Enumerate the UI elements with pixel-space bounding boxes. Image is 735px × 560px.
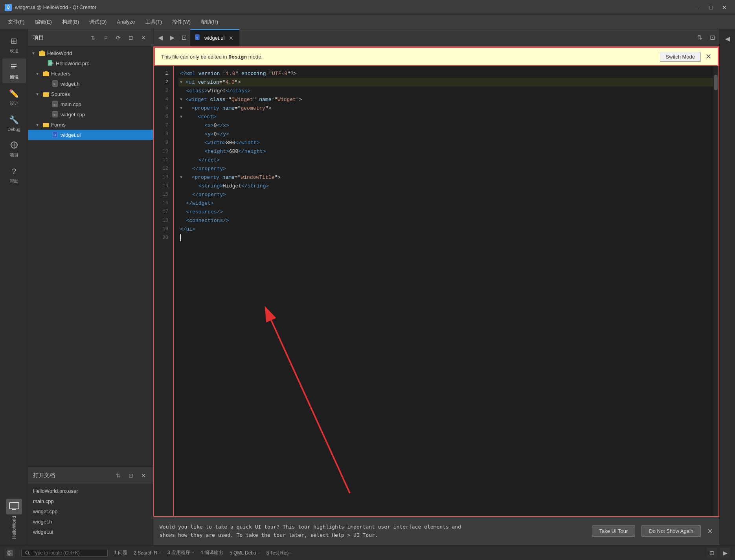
menu-edit[interactable]: 编辑(E) xyxy=(30,17,57,27)
code-line-13: ▼ <property name="windowTitle"> xyxy=(178,173,713,182)
filter-button[interactable]: ≡ xyxy=(101,33,110,42)
line-num-4: 4 xyxy=(165,95,170,104)
sync-button[interactable]: ⟳ xyxy=(114,33,123,42)
tour-bar: Would you like to take a quick UI tour? … xyxy=(153,517,719,545)
code-line-20 xyxy=(178,233,713,242)
line-num-7: 7 xyxy=(165,121,170,130)
design-keyword: Design xyxy=(228,54,247,60)
tree-label-sources: Sources xyxy=(51,91,70,97)
hw-monitor-icon[interactable] xyxy=(6,499,22,514)
tree-item-helloworld[interactable]: ▼ HelloWorld xyxy=(28,48,153,58)
open-docs-close[interactable]: ✕ xyxy=(139,471,148,480)
sidebar-label-help: 帮助 xyxy=(10,178,18,184)
tab-nav-left[interactable]: ◀ xyxy=(155,29,166,46)
status-icon-btn1[interactable]: ⊡ xyxy=(707,548,717,558)
line-num-2: 2 xyxy=(165,78,170,86)
tree-item-main-cpp[interactable]: ▶ cpp main.cpp xyxy=(28,99,153,109)
tab-nav-right[interactable]: ▶ xyxy=(167,29,178,46)
status-qml-debug[interactable]: 5 QML Debu··· xyxy=(230,550,260,556)
info-close-button[interactable]: ✕ xyxy=(706,52,711,61)
header-file-icon: h xyxy=(52,80,59,87)
cpp-file-icon: cpp xyxy=(52,101,59,108)
line-num-6: 6 xyxy=(165,112,170,121)
status-compile[interactable]: 4 编译输出 xyxy=(200,549,223,556)
headers-folder-icon xyxy=(42,70,50,77)
line-num-13: 13 xyxy=(163,173,170,182)
locate-input[interactable] xyxy=(33,550,104,556)
open-docs-list: HelloWorld.pro.user main.cpp widget.cpp … xyxy=(28,484,153,545)
sidebar-item-edit[interactable]: 编辑 xyxy=(2,59,26,83)
tree-item-widget-h[interactable]: ▶ h widget.h xyxy=(28,79,153,89)
tree-item-widget-ui[interactable]: ▶ .ui widget.ui xyxy=(28,130,153,140)
design-icon: ✏️ xyxy=(9,88,20,99)
tour-close-button[interactable]: ✕ xyxy=(707,527,713,536)
forms-folder-icon xyxy=(42,121,50,128)
minimize-button[interactable]: — xyxy=(692,3,704,12)
doc-item-main-cpp[interactable]: main.cpp xyxy=(28,496,153,506)
tree-label-widget-cpp: widget.cpp xyxy=(61,112,85,118)
scroll-thumb[interactable] xyxy=(714,75,718,90)
doc-item-widget-cpp[interactable]: widget.cpp xyxy=(28,506,153,516)
vertical-scrollbar[interactable] xyxy=(713,66,718,516)
layout-button[interactable]: ⊡ xyxy=(126,33,136,42)
code-line-11: </rect> xyxy=(178,156,713,164)
sidebar-item-help[interactable]: ? 帮助 xyxy=(2,163,26,187)
menu-build[interactable]: 构建(B) xyxy=(57,17,84,27)
sidebar-item-design[interactable]: ✏️ 设计 xyxy=(2,85,26,110)
code-content[interactable]: <?xml version="1.0" encoding="UTF-8"?> ▼… xyxy=(174,66,713,516)
close-button[interactable]: ✕ xyxy=(718,3,730,12)
status-bar: Q 1 问题 2 Search R··· 3 应用程序··· 4 编译输出 5 … xyxy=(0,545,735,560)
tree-item-headers[interactable]: ▼ Headers xyxy=(28,68,153,79)
do-not-show-again-button[interactable]: Do Not Show Again xyxy=(641,525,701,537)
tree-arrow-helloworld: ▼ xyxy=(31,51,37,55)
sidebar-item-welcome[interactable]: ⊞ 欢迎 xyxy=(2,32,26,57)
code-line-10: <height>600</height> xyxy=(178,147,713,156)
tab-widget-ui[interactable]: .ui widget.ui ✕ xyxy=(190,29,239,46)
status-app[interactable]: 3 应用程序··· xyxy=(167,549,194,556)
menu-analyze[interactable]: Analyze xyxy=(112,17,140,26)
svg-text:cpp: cpp xyxy=(53,113,57,116)
status-search-box[interactable] xyxy=(21,549,108,557)
status-search-results[interactable]: 2 Search R··· xyxy=(134,550,161,556)
open-docs-sort[interactable]: ⇅ xyxy=(114,471,123,480)
sort-button[interactable]: ⇅ xyxy=(88,33,98,42)
tab-layout-button[interactable]: ⊡ xyxy=(707,34,718,41)
status-problems[interactable]: 1 问题 xyxy=(114,549,127,556)
open-docs-layout[interactable]: ⊡ xyxy=(126,471,136,480)
switch-mode-button[interactable]: Switch Mode xyxy=(660,52,701,62)
tree-item-forms[interactable]: ▼ Forms xyxy=(28,119,153,130)
menu-help[interactable]: 帮助(H) xyxy=(196,17,223,27)
sidebar-item-debug[interactable]: 🔧 Debug xyxy=(2,111,26,135)
code-line-3: <class>Widget</class> xyxy=(178,86,713,95)
tree-item-sources[interactable]: ▼ Sources xyxy=(28,89,153,99)
tree-item-pro[interactable]: ▶ .pro HelloWorld.pro xyxy=(28,58,153,68)
right-collapse-btn[interactable]: ◀ xyxy=(721,32,734,45)
doc-item-widget-ui[interactable]: widget.ui xyxy=(28,527,153,537)
doc-item-widget-h[interactable]: widget.h xyxy=(28,516,153,527)
close-panel-button[interactable]: ✕ xyxy=(139,33,148,42)
status-test[interactable]: 8 Test Res··· xyxy=(266,550,292,556)
take-ui-tour-button[interactable]: Take UI Tour xyxy=(592,525,636,537)
tree-item-widget-cpp[interactable]: ▶ cpp widget.cpp xyxy=(28,109,153,119)
sidebar-item-project[interactable]: 项目 xyxy=(2,136,26,161)
sidebar-label-project: 项目 xyxy=(10,152,18,158)
status-icon-btn2[interactable]: ▶ xyxy=(720,548,730,558)
tree-label-headers: Headers xyxy=(51,71,70,77)
code-line-1: <?xml version="1.0" encoding="UTF-8"?> xyxy=(178,69,713,78)
menu-tools[interactable]: 工具(T) xyxy=(141,17,167,27)
tab-nav-close[interactable]: ⊡ xyxy=(178,29,189,46)
tab-close-button[interactable]: ✕ xyxy=(228,35,235,42)
menu-debug[interactable]: 调试(D) xyxy=(85,17,111,27)
code-line-7: <x>0</x> xyxy=(178,121,713,130)
menu-file[interactable]: 文件(F) xyxy=(3,17,29,27)
maximize-button[interactable]: □ xyxy=(705,3,717,12)
line-num-17: 17 xyxy=(163,207,170,216)
code-line-8: <y>0</y> xyxy=(178,130,713,138)
menu-controls[interactable]: 控件(W) xyxy=(167,17,195,27)
tab-split-button[interactable]: ⇅ xyxy=(694,34,705,41)
doc-item-pro-user[interactable]: HelloWorld.pro.user xyxy=(28,486,153,496)
svg-point-29 xyxy=(26,551,29,554)
ui-file-icon: .ui xyxy=(52,131,59,138)
line-num-16: 16 xyxy=(163,199,170,207)
code-line-9: <width>800</width> xyxy=(178,138,713,147)
